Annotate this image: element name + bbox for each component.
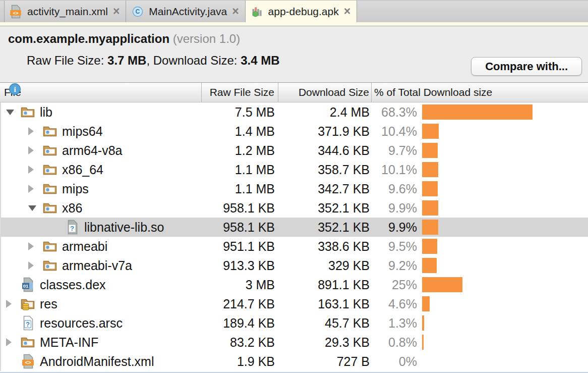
- svg-text:?: ?: [26, 321, 30, 328]
- raw-file-size-value: 1.2 MB: [202, 143, 278, 158]
- svg-text:01: 01: [23, 283, 28, 289]
- svg-text:i: i: [14, 85, 16, 93]
- download-size-value: 352.1 KB: [278, 201, 372, 216]
- raw-file-size-value: 1.9 KB: [202, 354, 278, 369]
- raw-file-size-value: 7.5 MB: [202, 105, 278, 120]
- table-row[interactable]: 01classes.dex3 MB891.1 KB25%: [1, 275, 588, 294]
- table-header-row: File Raw File Size Download Size % of To…: [0, 83, 588, 102]
- download-percent-value: 10.1%: [372, 163, 419, 177]
- folder-icon: [42, 200, 57, 216]
- table-row[interactable]: res214.7 KB163.1 KB4.6%: [1, 294, 588, 313]
- info-icon: i: [8, 54, 22, 68]
- download-size-value: 891.1 KB: [278, 278, 372, 292]
- chevron-down-icon[interactable]: [25, 205, 42, 211]
- folder-icon: [20, 335, 35, 350]
- chevron-right-icon[interactable]: [3, 300, 20, 308]
- column-header-download-size[interactable]: Download Size: [278, 83, 372, 102]
- file-name-cell: x86: [1, 200, 202, 216]
- download-size-value: 329 KB: [278, 258, 372, 273]
- close-icon[interactable]: ×: [113, 6, 120, 17]
- table-row[interactable]: ?resources.arsc189.4 KB45.7 KB1.3%: [1, 313, 588, 333]
- download-percent-bar: [422, 162, 438, 177]
- table-row[interactable]: x86958.1 KB352.1 KB9.9%: [1, 198, 588, 218]
- unknown-file-gray-icon: ?: [65, 220, 80, 235]
- compare-with-button[interactable]: Compare with...: [471, 57, 582, 76]
- download-size-value: 371.9 KB: [278, 124, 372, 139]
- download-percent-value: 9.7%: [372, 143, 419, 158]
- download-percent-value: 0.8%: [372, 335, 419, 350]
- table-row[interactable]: lib7.5 MB2.4 MB68.3%: [1, 102, 588, 122]
- file-name-cell: ?libnative-lib.so: [1, 220, 202, 235]
- file-name: libnative-lib.so: [84, 220, 164, 235]
- chevron-right-icon[interactable]: [25, 127, 42, 135]
- table-row[interactable]: arm64-v8a1.2 MB344.6 KB9.7%: [1, 141, 588, 160]
- column-header-raw-file-size[interactable]: Raw File Size: [202, 83, 278, 102]
- download-percent-bar: [422, 220, 438, 235]
- tab-mainactivity-java[interactable]: C MainActivity.java ×: [126, 1, 245, 22]
- table-row[interactable]: armeabi-v7a913.3 KB329 KB9.2%: [1, 256, 588, 275]
- chevron-right-icon[interactable]: [25, 146, 42, 154]
- raw-file-size-value: 1.1 MB: [202, 163, 278, 177]
- svg-text:C: C: [136, 8, 140, 15]
- download-size-value: 344.6 KB: [278, 143, 372, 158]
- close-icon[interactable]: ×: [232, 6, 239, 17]
- download-percent-value: 9.9%: [372, 220, 419, 235]
- raw-size-value: 3.7 MB: [107, 54, 146, 68]
- percent-bar-cell: [419, 237, 588, 256]
- download-size-value: 29.3 KB: [278, 335, 372, 350]
- column-header-file[interactable]: File: [0, 83, 202, 102]
- table-row[interactable]: ?libnative-lib.so958.1 KB352.1 KB9.9%: [1, 218, 588, 237]
- table-row[interactable]: mips1.1 MB342.7 KB9.6%: [1, 179, 588, 198]
- java-class-icon: C: [131, 5, 144, 19]
- percent-bar-cell: [419, 198, 588, 218]
- table-row[interactable]: mips641.4 MB371.9 KB10.4%: [1, 122, 588, 141]
- chevron-right-icon[interactable]: [25, 185, 42, 193]
- download-size-value: 163.1 KB: [278, 297, 372, 311]
- raw-file-size-value: 1.1 MB: [202, 182, 278, 196]
- file-name: armeabi: [62, 239, 107, 254]
- percent-bar-cell: [419, 352, 588, 371]
- file-name: mips: [62, 182, 89, 196]
- svg-text:<>: <>: [13, 10, 19, 15]
- file-name-cell: 01classes.dex: [1, 277, 202, 292]
- file-name-cell: mips64: [1, 124, 202, 139]
- download-percent-bar: [422, 143, 438, 158]
- raw-file-size-value: 958.1 KB: [202, 220, 278, 235]
- svg-text:?: ?: [70, 225, 74, 232]
- chevron-right-icon[interactable]: [25, 166, 42, 174]
- file-tree-table: lib7.5 MB2.4 MB68.3%mips641.4 MB371.9 KB…: [0, 102, 588, 371]
- svg-text:<>: <>: [25, 360, 31, 365]
- file-name: lib: [40, 105, 52, 120]
- download-percent-value: 1.3%: [372, 316, 419, 331]
- close-icon[interactable]: ×: [344, 6, 350, 17]
- file-name-cell: armeabi-v7a: [1, 258, 202, 273]
- chevron-right-icon[interactable]: [25, 242, 42, 250]
- folder-icon: [42, 239, 57, 254]
- apk-summary-panel: com.example.myapplication (version 1.0) …: [0, 26, 588, 83]
- table-row[interactable]: x86_641.1 MB358.7 KB10.1%: [1, 160, 588, 179]
- percent-bar-cell: [419, 333, 588, 352]
- column-header-percent-of-total[interactable]: % of Total Download size: [372, 83, 588, 102]
- download-size-value: 352.1 KB: [278, 220, 372, 235]
- download-percent-value: 4.6%: [372, 297, 419, 311]
- file-name-cell: mips: [1, 181, 202, 196]
- editor-tab-bar: <> activity_main.xml × C MainActivity.ja…: [0, 0, 588, 22]
- dex-file-icon: 01: [20, 277, 35, 292]
- tab-label: app-debug.apk: [268, 6, 339, 18]
- file-name-cell: res: [1, 296, 202, 311]
- percent-bar-cell: [419, 102, 588, 122]
- download-percent-bar: [422, 239, 437, 254]
- download-percent-bar: [422, 104, 533, 120]
- file-name-cell: arm64-v8a: [1, 143, 202, 158]
- table-row[interactable]: armeabi951.1 KB338.6 KB9.5%: [1, 237, 588, 256]
- tab-app-debug-apk[interactable]: app-debug.apk ×: [246, 1, 358, 22]
- unknown-file-white-icon: ?: [20, 315, 35, 331]
- percent-bar-cell: [419, 141, 588, 160]
- table-row[interactable]: META-INF83.2 KB29.3 KB0.8%: [1, 333, 588, 352]
- chevron-right-icon[interactable]: [3, 338, 20, 346]
- chevron-right-icon[interactable]: [25, 261, 42, 270]
- folder-icon: [42, 143, 57, 158]
- table-row[interactable]: <>AndroidManifest.xml1.9 KB727 B0%: [1, 352, 588, 371]
- percent-bar-cell: [419, 256, 588, 275]
- tab-activity-main-xml[interactable]: <> activity_main.xml ×: [4, 1, 126, 22]
